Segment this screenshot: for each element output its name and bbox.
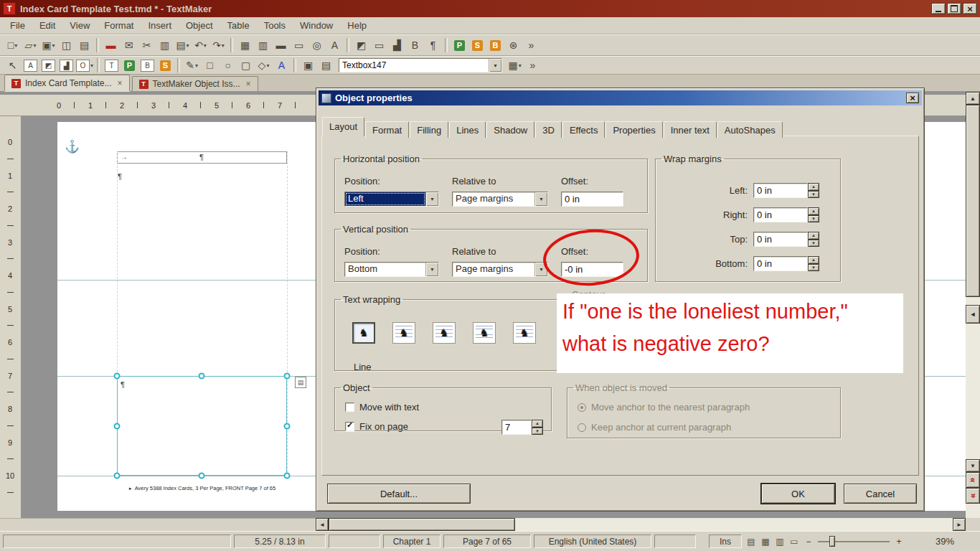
wordart-icon[interactable]: A (273, 58, 290, 72)
selection-handle[interactable] (284, 423, 291, 430)
dialog-tab-effects[interactable]: Effects (562, 121, 606, 138)
spin-up-icon[interactable] (808, 232, 819, 240)
group-objects-icon[interactable]: ▤ (318, 58, 334, 72)
selection-handle[interactable] (284, 473, 291, 479)
autoshapes-icon[interactable]: ◇ (255, 58, 272, 72)
top-margin-input[interactable] (753, 232, 808, 247)
radio-icon[interactable] (578, 423, 586, 432)
text-frame-icon[interactable]: A (22, 58, 39, 72)
object-name-input[interactable] (339, 59, 489, 72)
replace-icon[interactable]: A (326, 37, 343, 53)
presentations-frame-icon[interactable]: P (121, 58, 138, 72)
paste-icon[interactable]: ▤ (174, 37, 191, 53)
spin-down-icon[interactable] (808, 264, 819, 272)
insert-frame-icon[interactable]: ▭ (371, 37, 387, 53)
keep-anchor-radio[interactable]: Keep anchor at current paragraph (578, 422, 731, 433)
insert-image-icon[interactable]: ◩ (353, 37, 369, 53)
formatting-marks-icon[interactable]: ¶ (425, 37, 441, 53)
horizontal-position-dropdown[interactable]: Left (344, 192, 439, 207)
rounded-rectangle-icon[interactable]: ▢ (237, 58, 254, 72)
spin-up-icon[interactable] (808, 207, 819, 215)
menu-table[interactable]: Table (220, 17, 257, 34)
view-normal-icon[interactable]: ▥ (773, 535, 786, 548)
ellipse-icon[interactable]: ○ (220, 58, 236, 72)
checkbox-icon[interactable] (345, 422, 354, 431)
dialog-tab-properties[interactable]: Properties (606, 121, 662, 138)
right-margin-stepper[interactable] (753, 207, 819, 222)
bottom-margin-input[interactable] (753, 256, 808, 271)
menu-file[interactable]: File (3, 17, 32, 34)
insert-chart-icon[interactable]: ▟ (389, 37, 405, 53)
web-icon[interactable]: ⊛ (505, 37, 522, 53)
horizontal-scrollbar[interactable] (316, 518, 966, 531)
spin-up-icon[interactable] (808, 183, 819, 191)
menu-help[interactable]: Help (340, 17, 374, 34)
tab-close-icon[interactable] (118, 79, 123, 88)
chart-frame-icon[interactable]: ▟ (58, 58, 75, 72)
insert-footer-icon[interactable]: ▭ (291, 37, 307, 53)
checkbox-icon[interactable] (345, 402, 354, 412)
insert-columns-icon[interactable]: ▥ (255, 37, 271, 53)
insert-table-icon[interactable]: ▦ (237, 37, 253, 53)
dialog-title-bar[interactable]: Object properties (319, 90, 922, 105)
vertical-ruler[interactable]: 012345678910 (0, 116, 22, 518)
wrap-top-bottom-icon[interactable]: ♞ (473, 322, 496, 344)
menu-tools[interactable]: Tools (257, 17, 293, 34)
wrap-square-icon[interactable]: ♞ (392, 322, 415, 344)
language-status[interactable]: English (United States) (534, 534, 651, 548)
spin-down-icon[interactable] (808, 215, 819, 223)
zoom-slider-thumb[interactable] (829, 536, 835, 547)
tab-textmaker-object-issue[interactable]: TextMaker Object Iss... (132, 76, 258, 91)
basicmaker-frame-icon[interactable]: B (139, 58, 156, 72)
dialog-tab-inner-text[interactable]: Inner text (664, 121, 717, 138)
right-margin-input[interactable] (753, 207, 808, 222)
menu-view[interactable]: View (62, 17, 97, 34)
horizontal-offset-input[interactable] (561, 192, 623, 207)
menu-insert[interactable]: Insert (141, 17, 179, 34)
close-button[interactable] (963, 3, 977, 14)
presentations-icon[interactable]: P (451, 37, 468, 53)
object-name-combobox[interactable] (339, 58, 502, 72)
previous-page-icon[interactable] (966, 472, 980, 488)
wrap-in-text-icon[interactable]: ♞ (513, 322, 536, 344)
horizontal-relative-dropdown[interactable]: Page margins (452, 192, 548, 207)
dialog-tab-lines[interactable]: Lines (449, 121, 486, 138)
dropdown-arrow-icon[interactable] (534, 192, 547, 206)
next-page-icon[interactable] (966, 488, 980, 504)
save-icon[interactable]: ◫ (58, 37, 75, 53)
zoom-level[interactable]: 39% (920, 534, 954, 548)
bold-icon[interactable]: B (407, 37, 423, 53)
menu-window[interactable]: Window (293, 17, 340, 34)
left-margin-input[interactable] (753, 183, 808, 198)
dropdown-arrow-icon[interactable] (425, 192, 438, 206)
horizontal-scroll-thumb[interactable] (329, 518, 515, 531)
page-status[interactable]: Page 7 of 65 (443, 534, 531, 548)
cut-icon[interactable]: ✂ (138, 37, 155, 53)
dialog-tab-3d[interactable]: 3D (535, 121, 562, 138)
fix-on-page-checkbox[interactable]: Fix on page (345, 421, 408, 432)
left-margin-stepper[interactable] (753, 183, 819, 198)
bottom-margin-stepper[interactable] (753, 256, 819, 271)
spin-down-icon[interactable] (532, 428, 543, 435)
overflow-chevron-icon[interactable]: » (523, 37, 540, 53)
search-icon[interactable]: ◎ (308, 37, 325, 53)
scroll-up-icon[interactable] (966, 92, 980, 105)
pointer-icon[interactable]: ↖ (4, 58, 21, 72)
tab-index-card-template[interactable]: Index Card Template... (4, 75, 130, 91)
radio-icon[interactable] (578, 403, 586, 412)
rectangle-icon[interactable]: □ (202, 58, 218, 72)
dropdown-arrow-icon[interactable] (425, 263, 438, 276)
insert-mode-status[interactable]: Ins (709, 534, 742, 548)
spin-down-icon[interactable] (808, 191, 819, 199)
scroll-right-icon[interactable] (953, 518, 966, 531)
combobox-dropdown-icon[interactable] (489, 59, 501, 72)
vertical-scroll-thumb[interactable] (966, 105, 980, 297)
dialog-tab-autoshapes[interactable]: AutoShapes (717, 121, 783, 138)
table-grid-icon[interactable]: ▦ (507, 58, 523, 72)
tab-close-icon[interactable] (246, 80, 251, 88)
open-icon[interactable]: ▱ (22, 37, 39, 53)
menu-edit[interactable]: Edit (32, 17, 62, 34)
dialog-tab-layout[interactable]: Layout (322, 117, 364, 136)
spin-up-icon[interactable] (532, 420, 543, 428)
copy-icon[interactable]: ▥ (156, 37, 173, 53)
